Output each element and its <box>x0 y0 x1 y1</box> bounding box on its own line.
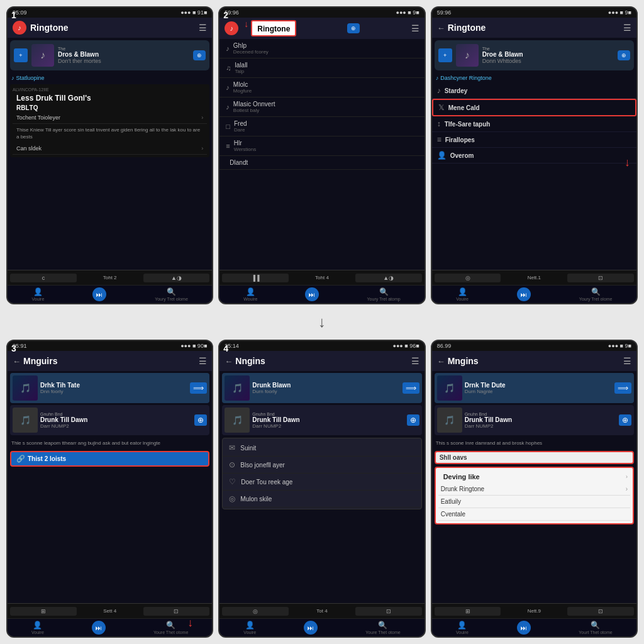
step4-play-btn[interactable]: ⏭ <box>92 621 106 635</box>
step5-btn1[interactable]: ◎ <box>222 607 289 616</box>
step3-play-center: ⏭ <box>517 287 531 301</box>
step6-track2-btn[interactable]: ⊕ <box>619 414 631 426</box>
step3-top-bar: ← Ringtone ☰ <box>432 18 636 38</box>
step5-track2-artist: Darr NUMP2 <box>252 423 404 429</box>
step6-popup-item2[interactable]: Cventale <box>438 508 630 521</box>
step2-btn3[interactable]: ▲◑ <box>355 274 422 282</box>
step2-number: 2 <box>223 10 228 20</box>
step6-btn3[interactable]: ⊡ <box>567 607 634 616</box>
step1-nav-search[interactable]: 🔍 Youry Tret olome <box>155 287 188 301</box>
step6-nav-home[interactable]: 👤 Vouire <box>456 621 469 635</box>
step3-btn1[interactable]: ◎ <box>435 274 501 282</box>
step2-nav: 👤 Wouire ⏭ 🔍 Youry Tret atomp <box>219 285 424 303</box>
step6-play-btn[interactable]: ⏭ <box>517 621 531 635</box>
step5-btn2: Tot 4 <box>291 608 353 614</box>
step3-add-btn[interactable]: + <box>438 48 452 62</box>
step4-btn1[interactable]: ⊞ <box>10 607 77 616</box>
step1-signal: ●●● ■ 91■ <box>180 9 207 16</box>
step1-artist-row[interactable]: Tochent Toioleyer › <box>13 112 207 124</box>
step6-popup-item0[interactable]: Drunk Ringtone › <box>438 483 630 496</box>
step4-track2-label: Gnuhn Bnd <box>40 412 192 416</box>
step6-track1-btn[interactable]: ⟹ <box>614 382 631 394</box>
step1-btn1[interactable]: c <box>10 274 77 282</box>
step6-signal: ●●● ■ 9■ <box>608 343 631 349</box>
step5-play-btn[interactable]: ⏭ <box>304 621 318 635</box>
step2-item-3[interactable]: ♪ Mlasic OnnvertBotlest baly <box>219 97 424 117</box>
step1-btn3[interactable]: ▲◑ <box>143 274 210 282</box>
step2-item-5[interactable]: ≡ HlrWerstions <box>219 136 424 156</box>
step2-item-4[interactable]: □ FredDare <box>219 117 424 136</box>
step4-btn3[interactable]: ⊡ <box>143 607 210 616</box>
step5-ctx-item0[interactable]: ✉ Suinit <box>223 440 421 457</box>
step5-back-btn[interactable]: ← <box>225 357 233 366</box>
step4-nav-search[interactable]: 🔍 Youre Thet otome <box>153 621 188 635</box>
step2-search-input[interactable]: Ringtone <box>251 20 296 36</box>
step3-track-info: The Droe & Blawn Donn Whttodes <box>482 47 614 64</box>
step4-track2-btn[interactable]: ⊕ <box>194 414 207 426</box>
between-arrows-right <box>431 309 638 335</box>
step4-bottom-bar: ⊞ Sett 4 ⊡ ↓ <box>8 603 212 618</box>
step2-item-2[interactable]: ♪ MlolcMogfure <box>219 78 424 97</box>
step1-menu-icon[interactable]: ☰ <box>199 23 207 33</box>
step1-add-btn[interactable]: + <box>14 48 28 62</box>
step2-menu-list: ♪ GhlpDecened fcorey ♫ lalallTalp ♪ Mlol… <box>219 39 424 170</box>
step4-highlight-item[interactable]: 🔗 Thist 2 loists <box>10 451 209 467</box>
step6-time: 86.99 <box>437 343 452 349</box>
step3-list-menecald[interactable]: 𝕏 Mene Cald <box>432 99 636 116</box>
step4-back-btn[interactable]: ← <box>13 357 21 366</box>
step3-list-firallopes[interactable]: ≡ Firallopes <box>432 132 636 148</box>
step3-list-stardey[interactable]: ♪ Stardey <box>432 83 636 99</box>
step6-nav-search[interactable]: 🔍 Yourt Thet otome <box>579 621 612 635</box>
step6-popup-label: Shll oavs <box>435 451 634 464</box>
step3-nav-home[interactable]: 👤 Vouire <box>456 287 469 301</box>
step2-item-0[interactable]: ♪ GhlpDecened fcorey <box>219 39 424 58</box>
step4-menu-icon[interactable]: ☰ <box>199 356 207 366</box>
step5-ctx-item3[interactable]: ◎ Mulon skile <box>223 491 421 508</box>
step2-item-6[interactable]: Dlandt <box>219 156 424 170</box>
step2-nav-home[interactable]: 👤 Wouire <box>243 287 257 301</box>
step4-track1-btn[interactable]: ⟹ <box>190 382 207 394</box>
step3-action-btn[interactable]: ⊕ <box>618 50 630 60</box>
step5-nav-home[interactable]: 👤 Vouire <box>243 621 256 635</box>
main-container: 1 95:09 ●●● ■ 91■ ♪ Ringtone ☰ + ♪ The D… <box>0 0 644 644</box>
step5-track2-btn[interactable]: ⊕ <box>407 414 419 426</box>
step5-ctx-item1[interactable]: ⊙ Blso jonefll ayer <box>223 457 421 474</box>
step5-nav-search[interactable]: 🔍 Youre Thet otome <box>365 621 400 635</box>
step1-nav-home[interactable]: 👤 Vouire <box>31 287 44 301</box>
step1-subtitle: RBLТQ <box>13 104 207 112</box>
step5-ctx-item2[interactable]: ♡ Doer Tou reek age <box>223 474 421 491</box>
step2-nav-search[interactable]: 🔍 Youry Tret atomp <box>367 287 401 301</box>
step1-play-btn[interactable]: ⏭ <box>92 287 106 301</box>
step3-play-btn[interactable]: ⏭ <box>517 287 531 301</box>
step4-track2-title: Drunk Till Dawn <box>40 416 192 423</box>
step6-back-btn[interactable]: ← <box>437 357 445 366</box>
step6-popup: Deving like › Drunk Ringtone › Eatluily … <box>435 467 634 525</box>
step5-track1-artist: Durn foorly <box>252 389 399 394</box>
step6-popup-item1[interactable]: Eatluily <box>438 496 630 508</box>
step6-menu-icon[interactable]: ☰ <box>623 356 631 366</box>
step1-list-item[interactable]: Can sldek › <box>13 143 207 155</box>
step3-menu-icon[interactable]: ☰ <box>623 23 631 33</box>
step6-btn1[interactable]: ⊞ <box>435 607 501 616</box>
step2-item-1[interactable]: ♫ lalallTalp <box>219 58 424 78</box>
step1-track-info: The Dros & Blawn Don't ther mortes <box>58 47 189 64</box>
step5-btn3[interactable]: ⊡ <box>355 607 422 616</box>
step2-btn1[interactable]: ▐▐ <box>222 274 289 282</box>
step6-track2-info: Gnuhn Bnd Drunk Till Dawn Darr NUMP2 <box>465 412 616 429</box>
step1-status-bar: 95:09 ●●● ■ 91■ <box>8 8 212 18</box>
step3-track-artist: Donn Whttodes <box>482 58 614 64</box>
step3-back-btn[interactable]: ← <box>437 23 445 33</box>
step4-nav-home[interactable]: 👤 Vouire <box>31 621 44 635</box>
step3-nav-search[interactable]: 🔍 Youry Tret olome <box>579 287 613 301</box>
step1-action-btn[interactable]: ⊕ <box>193 50 206 60</box>
step5-track1-btn[interactable]: ⟹ <box>402 382 419 394</box>
step3-btn3[interactable]: ⊡ <box>567 274 634 282</box>
between-arrows-left <box>6 309 213 335</box>
step3-list-tlfe[interactable]: ↕ Tlfe-Sare tapuh <box>432 116 636 132</box>
step2-menu-icon[interactable]: ☰ <box>411 23 419 33</box>
step5-menu-icon[interactable]: ☰ <box>411 356 419 366</box>
step2-play-btn[interactable]: ⏭ <box>305 287 319 301</box>
step2-add-btn[interactable]: ⊕ <box>347 23 360 33</box>
step1-top-bar: ♪ Ringtone ☰ <box>8 18 212 38</box>
step3-list-overom[interactable]: 👤 Overom ↓ <box>432 148 636 164</box>
